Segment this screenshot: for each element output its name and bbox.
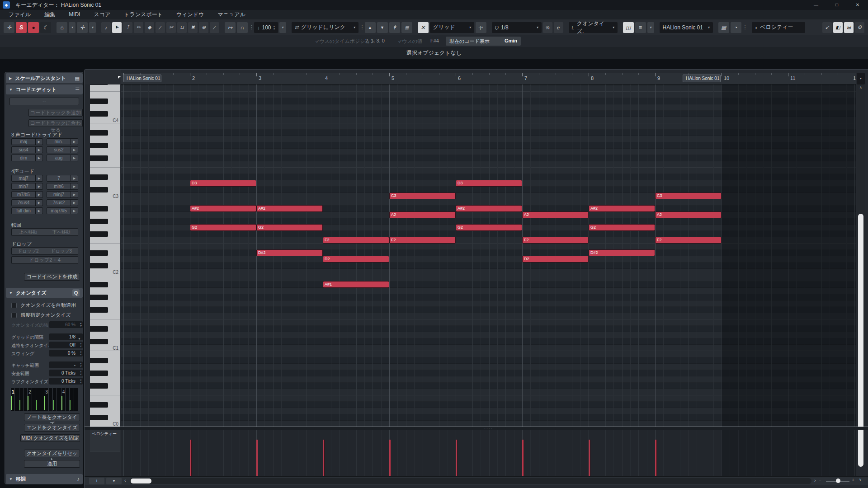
chord-button-7sus4[interactable]: 7sus4▶ xyxy=(11,199,43,206)
chord-button-7[interactable]: 7▶ xyxy=(47,175,78,182)
drop2-button[interactable]: ドロップ2 xyxy=(12,248,45,254)
velocity-lane-selector[interactable]: ベロシティー xyxy=(90,430,120,451)
vertical-scrollbar[interactable]: ∧ xyxy=(857,84,865,426)
part-edit-dropdown[interactable]: ▾ xyxy=(647,22,654,33)
line-tool-button[interactable]: ∕ xyxy=(210,22,219,33)
scroll-left-arrow[interactable]: ‹ xyxy=(124,478,126,483)
zoom-slider-knob[interactable] xyxy=(836,479,840,483)
setup-toolbar-button[interactable]: ⚙ xyxy=(855,22,864,33)
insert-velocity-value[interactable]: 100 xyxy=(262,24,271,31)
left-zone-toggle[interactable]: ◧ xyxy=(833,22,843,33)
black-key[interactable] xyxy=(90,84,108,85)
midi-note[interactable]: G2 xyxy=(456,225,522,230)
open-in-lower-zone-button[interactable]: ↙ xyxy=(822,22,832,33)
chord-button-maj7[interactable]: maj7▶ xyxy=(11,175,43,182)
pointer-display-button[interactable]: ✢ xyxy=(77,22,88,33)
chord-button-aug[interactable]: aug▶ xyxy=(47,155,78,161)
part-name-tag[interactable]: HALion Sonic 01 xyxy=(683,75,721,82)
velocity-bar[interactable] xyxy=(522,440,524,476)
black-key[interactable] xyxy=(90,219,108,224)
auto-apply-checkbox[interactable] xyxy=(11,303,17,308)
velocity-bar[interactable] xyxy=(655,440,657,476)
chord-play-icon[interactable]: ▶ xyxy=(35,200,42,206)
move-note-down-button[interactable]: ▼ xyxy=(377,22,388,33)
black-key[interactable] xyxy=(90,295,108,300)
loop-button[interactable]: ∩ xyxy=(237,22,248,33)
erase-tool-button[interactable]: ◆ xyxy=(145,22,154,33)
chord-button-sus2[interactable]: sus2▶ xyxy=(47,146,78,153)
midi-note[interactable]: A#2 xyxy=(589,206,655,211)
horizontal-scroll-thumb[interactable] xyxy=(131,479,151,483)
chord-button-sus4[interactable]: sus4▶ xyxy=(11,146,43,153)
soft-quantize-checkbox[interactable] xyxy=(11,313,17,318)
safe-range-box[interactable]: 0 Ticks ▴▾ xyxy=(49,370,83,376)
glue-tool-button[interactable]: ⊔ xyxy=(177,22,187,33)
quantize-ends-button[interactable]: エンドをクオンタイズ xyxy=(24,424,80,432)
lane-splitter[interactable]: ···· xyxy=(85,427,868,430)
edit-active-part-button[interactable]: ≡ xyxy=(635,22,646,33)
show-part-borders-button[interactable]: ◫ xyxy=(623,22,634,33)
velocity-bar[interactable] xyxy=(256,440,258,476)
black-key[interactable] xyxy=(90,402,108,408)
black-key[interactable] xyxy=(90,282,108,287)
midi-note[interactable]: A#2 xyxy=(190,206,256,211)
black-key[interactable] xyxy=(90,263,108,268)
chord-button-min[interactable]: min.▶ xyxy=(47,138,78,145)
acoustic-feedback-button[interactable]: ☾ xyxy=(40,22,51,33)
black-key[interactable] xyxy=(90,415,108,420)
menu-item-3[interactable]: スコア xyxy=(87,10,117,19)
black-key[interactable] xyxy=(90,326,108,332)
chord-button-maj75[interactable]: maj7/#5▶ xyxy=(47,207,78,214)
velocity-bar[interactable] xyxy=(456,440,458,476)
chord-play-icon[interactable]: ▶ xyxy=(35,208,42,214)
pin-button[interactable]: ✛ xyxy=(4,22,14,33)
chord-button-7sus2[interactable]: 7sus2▶ xyxy=(47,199,78,206)
midi-note[interactable]: D2 xyxy=(523,256,588,262)
midi-note[interactable]: F2 xyxy=(656,237,721,243)
part-select-box[interactable]: HALion Sonic 01 ▾ xyxy=(660,22,713,33)
menu-item-6[interactable]: マニュアル xyxy=(211,10,252,19)
close-button[interactable]: ✕ xyxy=(847,0,868,10)
chord-button-min6[interactable]: min6▶ xyxy=(47,183,78,190)
drop3-button[interactable]: ドロップ3 xyxy=(45,248,78,254)
menu-item-0[interactable]: ファイル xyxy=(2,10,38,19)
midi-note[interactable]: A2 xyxy=(390,212,455,218)
velocity-lane[interactable] xyxy=(121,430,856,476)
scroll-up-arrow[interactable]: ∧ xyxy=(857,85,865,89)
chord-edit-header[interactable]: ▼ コードエディット ☰ xyxy=(6,84,83,94)
chord-button-minj7[interactable]: minj7▶ xyxy=(47,191,78,198)
pointer-display-dropdown[interactable]: ▾ xyxy=(89,22,96,33)
black-key[interactable] xyxy=(90,187,108,192)
quantize-section-header[interactable]: ▼ クオンタイズ Q xyxy=(6,288,83,298)
chord-play-icon[interactable]: ▶ xyxy=(71,175,78,181)
grid-spacing-box[interactable]: 1/8 ▼ xyxy=(49,333,83,340)
event-colors-box[interactable]: ◗ ベロシティー xyxy=(752,22,805,33)
chord-play-icon[interactable]: ▶ xyxy=(35,155,42,161)
zoom-in-button[interactable]: + xyxy=(852,478,854,483)
maximize-button[interactable]: □ xyxy=(826,0,847,10)
insert-velocity-dropdown[interactable]: ▾ xyxy=(279,22,286,33)
menu-item-2[interactable]: MIDI xyxy=(62,10,87,19)
current-chord-display-button[interactable]: -- xyxy=(9,98,79,105)
chord-play-icon[interactable]: ▶ xyxy=(71,147,78,153)
chord-play-icon[interactable]: ▶ xyxy=(35,192,42,197)
chord-play-icon[interactable]: ▶ xyxy=(35,147,42,153)
midi-note[interactable]: G2 xyxy=(190,225,256,230)
swing-box[interactable]: 0 % ▴▾ xyxy=(49,350,83,357)
black-key[interactable] xyxy=(90,155,108,161)
midi-note[interactable]: A2 xyxy=(523,212,588,218)
midi-note[interactable]: D3 xyxy=(190,180,256,186)
lane-preset-dropdown[interactable]: ▼ xyxy=(106,478,122,484)
midi-note[interactable]: A#2 xyxy=(456,206,522,211)
horizontal-scroll-track[interactable] xyxy=(130,478,811,484)
velocity-bar[interactable] xyxy=(589,440,590,476)
midi-note[interactable]: D3 xyxy=(456,180,522,186)
timeline-ruler[interactable]: 2345678910111.HALion Sonic 01HALion Soni… xyxy=(121,73,856,84)
chord-button-maj[interactable]: maj▶ xyxy=(11,138,43,145)
quantize-preset-box[interactable]: Q 1/8 ▾ xyxy=(492,22,542,33)
move-note-up-button[interactable]: ▲ xyxy=(365,22,376,33)
record-button[interactable]: ● xyxy=(28,22,39,33)
independent-track-loop-dropdown[interactable]: ▾ xyxy=(69,22,75,33)
move-octave-up-button[interactable]: ↟ xyxy=(389,22,400,33)
menu-item-1[interactable]: 編集 xyxy=(38,10,62,19)
